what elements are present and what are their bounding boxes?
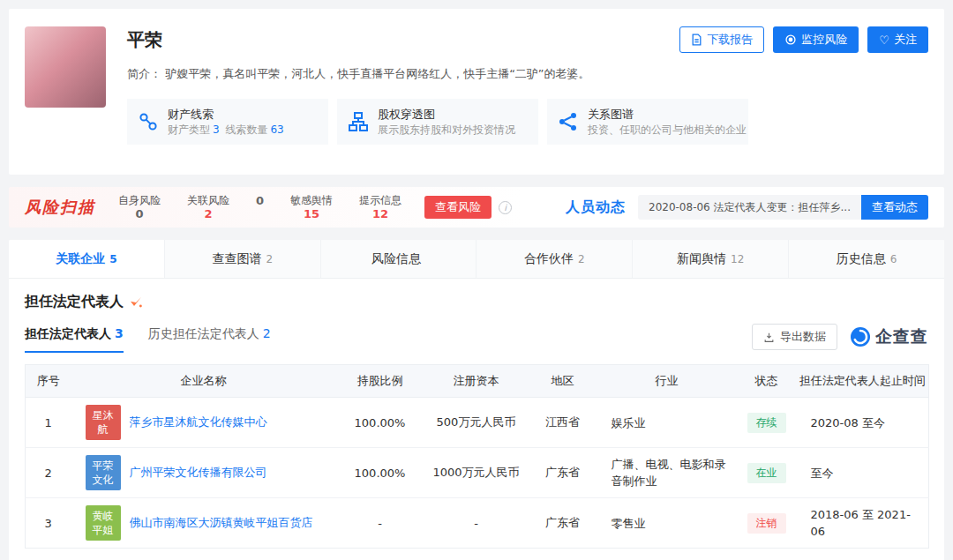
col-header-region: 地区 [529,365,597,398]
col-header-status: 状态 [737,365,797,398]
person-intro: 简介： 驴嫂平荣，真名叫平荣，河北人，快手直播平台网络红人，快手主播“二驴”的老… [127,65,928,83]
header-actions: 下载报告 监控风险 ♡ 关注 [679,26,928,53]
cell-status: 注销 [737,498,797,549]
qcc-logo-text: 企查查 [875,325,928,348]
feature-card-title: 关系图谱 [588,108,634,121]
risk-scan-logo: 风险扫描 [25,197,95,218]
company-logo: 星沐航 [86,405,121,440]
qcc-brand-logo: 企查查 [850,325,928,348]
heart-icon: ♡ [879,34,889,47]
risk-item-history[interactable]: 0 [256,194,264,221]
main-content-card: 关联企业5 查查图谱2 风险信息 合作伙伴2 新闻舆情12 历史信息6 担任法定… [9,240,944,560]
monitor-risk-button[interactable]: 监控风险 [773,26,859,53]
cell-industry: 零售业 [597,498,737,549]
risk-items: 自身风险 0 关联风险 2 0 敏感舆情 15 提示信息 12 [118,194,401,221]
risk-item-self[interactable]: 自身风险 0 [118,194,161,221]
highlight-icon [129,295,143,310]
subtab-history-legal-rep[interactable]: 历史担任法定代表人2 [148,326,271,353]
status-badge: 存续 [747,413,786,433]
cell-status: 存续 [737,398,797,448]
cell-share: 100.00% [336,398,424,448]
tab-related-companies[interactable]: 关联企业5 [9,240,165,278]
feature-cards: 财产线索 财产类型3 线索数量63 股权穿透图 展示股东持股和对外投资情况 [127,99,928,145]
cell-period: 2020-08 至今 [797,398,929,448]
org-chart-icon [348,111,369,132]
feature-card-property-clues[interactable]: 财产线索 财产类型3 线索数量63 [127,99,328,145]
cell-company: 星沐航 萍乡市星沐航文化传媒中心 [71,398,336,448]
cell-share: - [336,498,424,549]
download-icon [763,332,775,343]
personnel-dynamics: 人员动态 2020-08-06 法定代表人变更：担任萍乡... 查看动态 [566,195,928,220]
risk-item-notice[interactable]: 提示信息 12 [359,194,401,221]
table-row: 1 星沐航 萍乡市星沐航文化传媒中心 100.00% 500万元人民币 江西省 … [26,398,929,448]
download-report-button[interactable]: 下载报告 [679,26,764,53]
company-logo: 平荣文化 [86,455,121,490]
tab-risk-info[interactable]: 风险信息 [321,240,477,278]
table-header-row: 序号 企业名称 持股比例 注册资本 地区 行业 状态 担任法定代表人起止时间 [26,365,929,398]
col-header-share: 持股比例 [336,365,424,398]
table-row: 3 黄岐平姐 佛山市南海区大沥镇黄岐平姐百货店 - - 广东省 零售业 注销 2 [26,498,929,549]
qcc-logo-icon [850,326,871,347]
personnel-dynamics-title: 人员动态 [566,198,626,217]
cell-region: 广东省 [529,498,597,549]
tab-bar: 关联企业5 查查图谱2 风险信息 合作伙伴2 新闻舆情12 历史信息6 [9,240,944,279]
section-title: 担任法定代表人 [25,293,124,311]
table-row: 2 平荣文化 广州平荣文化传播有限公司 100.00% 1000万元人民币 广东… [26,448,929,498]
cell-company: 平荣文化 广州平荣文化传播有限公司 [71,448,336,498]
tab-history-info[interactable]: 历史信息6 [789,240,944,278]
company-link[interactable]: 佛山市南海区大沥镇黄岐平姐百货店 [130,515,313,531]
personnel-latest-event: 2020-08-06 法定代表人变更：担任萍乡... [638,195,861,220]
person-name: 平荣 [127,26,162,53]
cell-capital: 500万元人民币 [424,398,529,448]
company-logo: 黄岐平姐 [86,505,121,541]
follow-button[interactable]: ♡ 关注 [867,26,928,53]
cell-region: 广东省 [529,448,597,498]
risk-item-sentiment[interactable]: 敏感舆情 15 [290,194,333,221]
tab-partners[interactable]: 合作伙伴2 [476,240,633,278]
export-data-button[interactable]: 导出数据 [752,324,837,350]
cell-index: 3 [26,498,71,549]
cell-status: 在业 [737,448,797,498]
risk-scan-bar: 风险扫描 自身风险 0 关联风险 2 0 敏感舆情 15 提示信息 12 查看风… [9,187,944,228]
cell-period: 2018-06 至 2021-06 [797,498,929,549]
cell-period: 至今 [797,448,929,498]
feature-card-equity-chart[interactable]: 股权穿透图 展示股东持股和对外投资情况 [337,99,538,145]
feature-card-title: 股权穿透图 [378,108,435,121]
cell-share: 100.00% [336,448,424,498]
col-header-period: 担任法定代表人起止时间 [797,365,929,398]
share-network-icon [558,111,579,132]
legal-rep-table: 序号 企业名称 持股比例 注册资本 地区 行业 状态 担任法定代表人起止时间 1… [25,364,929,549]
tab-qcc-graph[interactable]: 查查图谱2 [165,240,321,278]
monitor-icon [784,34,797,46]
status-badge: 注销 [747,513,786,534]
col-header-industry: 行业 [597,365,737,398]
view-risk-button[interactable]: 查看风险 [424,196,492,219]
tab-news-sentiment[interactable]: 新闻舆情12 [633,240,789,278]
col-header-index: 序号 [26,365,71,398]
feature-card-desc: 财产类型3 线索数量63 [168,123,287,136]
profile-main: 平荣 下载报告 监控风险 ♡ 关注 [127,26,928,159]
feature-card-relationship-graph[interactable]: 关系图谱 投资、任职的公司与他相关的企业 [547,99,748,145]
col-header-company: 企业名称 [71,365,336,398]
feature-card-desc: 投资、任职的公司与他相关的企业 [588,123,747,136]
cell-index: 1 [26,398,71,448]
cell-industry: 娱乐业 [597,398,737,448]
subtab-current-legal-rep[interactable]: 担任法定代表人3 [25,326,124,353]
view-dynamics-button[interactable]: 查看动态 [861,195,928,220]
risk-item-related[interactable]: 关联风险 2 [187,194,229,221]
col-header-capital: 注册资本 [424,365,529,398]
cell-index: 2 [26,448,71,498]
cell-capital: - [424,498,529,549]
document-icon [691,34,702,46]
cell-company: 黄岐平姐 佛山市南海区大沥镇黄岐平姐百货店 [71,498,336,549]
feature-card-title: 财产线索 [168,108,214,121]
chain-link-icon [138,111,159,132]
profile-header-card: 平荣 下载报告 监控风险 ♡ 关注 [9,9,944,175]
info-icon[interactable]: i [499,201,512,214]
status-badge: 在业 [747,463,786,483]
company-link[interactable]: 萍乡市星沐航文化传媒中心 [130,414,267,430]
feature-card-desc: 展示股东持股和对外投资情况 [378,123,515,136]
cell-capital: 1000万元人民币 [424,448,529,498]
cell-region: 江西省 [529,398,597,448]
company-link[interactable]: 广州平荣文化传播有限公司 [130,465,267,481]
